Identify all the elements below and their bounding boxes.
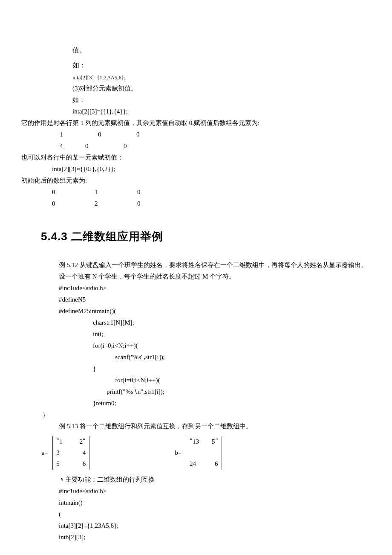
text-line: 如： — [21, 94, 392, 106]
cell: 0 — [137, 186, 141, 198]
cell: 5ʺ — [212, 436, 218, 447]
cell: 6 — [83, 458, 86, 470]
code-line: for(i=0;i<N;i++)( — [21, 375, 392, 386]
cell: 3 — [56, 447, 60, 459]
text-line: 值。 — [21, 43, 392, 58]
data-row: 0 2 0 — [21, 198, 392, 209]
matrix-label-a: a= — [42, 447, 48, 459]
cell: 6 — [215, 458, 218, 470]
cell: 0 — [85, 140, 124, 152]
code-line: inta[2][3]={1,2,3A5,6}; — [21, 73, 392, 82]
matrix-equation: a= ʺ12ʺ 34 56 b= ʺ135ʺ 246 — [21, 436, 392, 470]
cell: ʺ1 — [56, 436, 63, 447]
code-line: inta[2][3]=({1},{4}}; — [21, 106, 392, 117]
section-heading: 5.4.3 二维数组应用举例 — [41, 227, 392, 247]
code-line: #defineN5 — [21, 294, 392, 305]
code-line: } — [21, 363, 392, 375]
code-line: charstr1[N][M]; — [21, 317, 392, 328]
text-line: 它的作用是对各行第 1 列的元素赋初值，其余元素值自动取 0,赋初值后数组各元素… — [21, 117, 392, 129]
cell: 4 — [83, 447, 86, 459]
text-line: 如： — [21, 58, 392, 73]
code-line: ( — [21, 509, 392, 520]
code-line: intb[2][3]; — [21, 532, 392, 543]
data-row: 0 1 0 — [21, 186, 392, 198]
code-line: } — [21, 409, 392, 421]
code-line: #defineM25intmain()( — [21, 305, 392, 317]
cell: 0 — [98, 129, 136, 140]
code-line: scanf("%s",str1[i]); — [21, 352, 392, 363]
code-line: }return0; — [21, 398, 392, 409]
text-line: 也可以对各行中的某一元素赋初值： — [21, 152, 392, 163]
text-line: 初始化后的数组元素为: — [21, 175, 392, 186]
cell: 0 — [52, 186, 95, 198]
cell: 0 — [137, 198, 141, 209]
cell: 24 — [190, 458, 196, 470]
data-row: 1 0 0 — [21, 129, 392, 140]
matrix-b: ʺ135ʺ 246 — [186, 436, 222, 470]
code-line: printf("%s∖n",str1[i]); — [21, 386, 392, 398]
cell: 5 — [56, 458, 60, 470]
paragraph: 例 5.12 从键盘输入一个班学生的姓名，要求将姓名保存在一个二维数组中，再将每… — [21, 259, 392, 271]
code-line: inti; — [21, 328, 392, 340]
cell: ʺ13 — [190, 436, 199, 447]
cell: 4 — [60, 140, 85, 152]
code-line: inta[3][2]={1,23A5,6}; — [21, 520, 392, 532]
code-line: #inc1ude<stdio.h> — [21, 485, 392, 497]
data-row: 4 0 0 — [21, 140, 392, 152]
comment-line: 〃主要功能：二维数组的行列互换 — [21, 474, 392, 485]
cell: 0 — [52, 198, 95, 209]
cell: 1 — [95, 186, 137, 198]
cell: 2ʺ — [80, 436, 86, 447]
paragraph: 设一个班有 N 个学生，每个学生的姓名长度不超过 M 个字符。 — [21, 271, 392, 282]
code-line: #inc1ude<stdio.h> — [21, 282, 392, 294]
cell: 1 — [60, 129, 98, 140]
matrix-label-b: b= — [175, 447, 182, 459]
code-line: inta[2][3]={{0J},{0,2}}; — [21, 163, 392, 175]
code-line: intmain() — [21, 497, 392, 509]
matrix-a: ʺ12ʺ 34 56 — [52, 436, 89, 470]
paragraph: 例 5.13 将一个二维数组行和列元素值互换，存到另一个二维数组中。 — [21, 421, 392, 432]
cell: 2 — [95, 198, 137, 209]
text-line: (3)对部分元素赋初值。 — [21, 83, 392, 94]
cell: 0 — [136, 129, 140, 140]
code-line: for(i=0;i<N;i++)( — [21, 340, 392, 352]
cell: 0 — [124, 140, 127, 152]
